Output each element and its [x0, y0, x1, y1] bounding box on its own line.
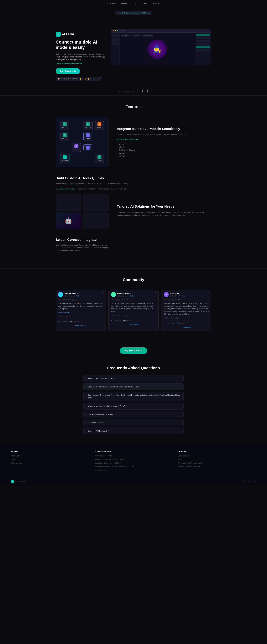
footer-bottom: ∿ ⊞ ai-flow.net 2024 Privacy 𝕏 ⊕	[11, 477, 256, 483]
tweet-1-close[interactable]: ✕	[102, 292, 104, 294]
footer-aiflow-link[interactable]: AI-Flow.com	[11, 455, 89, 457]
tweet-3-likes[interactable]: ❤ 1	[164, 322, 166, 324]
footer-more-articles[interactable]: More Articles →	[94, 469, 172, 472]
follow-x[interactable]: 𝕏	[136, 89, 139, 93]
faq-q-6-text: Is AI-Flow free to use?	[88, 421, 106, 424]
connector-2	[140, 35, 142, 36]
faq-q-7-text: Can I run AI-Flow locally?	[88, 430, 108, 432]
footer-social-x[interactable]: 𝕏	[248, 480, 251, 483]
ss-app-2	[83, 194, 108, 210]
tweet-3-follow[interactable]: Follow	[182, 295, 186, 297]
footer-social-github[interactable]: ⊕	[252, 480, 256, 483]
hero-cta-button[interactable]: Start Creating ▶	[56, 68, 80, 74]
badge-there-is-ai[interactable]: 🏆 THERE'S AN AI FOR THAT 🏆	[56, 77, 84, 81]
faq-q-2[interactable]: › What are the advantages of using the C…	[84, 384, 184, 390]
faq-q-3[interactable]: › Can I use my API keys from AI provider…	[84, 392, 184, 401]
app-sidebar	[111, 32, 120, 65]
feature-1-title: Integrate Multiple AI Models Seamlessly	[117, 126, 212, 131]
feature-3-title: Tailored AI Solutions for Your Needs	[117, 204, 212, 209]
feature-row-1: G GPT - 4 G DALL·E 3 M Mistral G GPT - 4	[56, 117, 212, 167]
footer-yt-link[interactable]: Summarize YouTube Video with AI	[178, 462, 256, 464]
try-now-button[interactable]: Try Now for Free	[120, 348, 147, 354]
model-musicgen: MusicGen	[117, 152, 212, 155]
model-list: Claude 3 Mistral Stable Video Diffusion …	[117, 142, 212, 158]
faq-q-4[interactable]: › Where is my data stored when using AI-…	[84, 403, 184, 410]
footer-privacy[interactable]: Privacy	[240, 480, 246, 482]
nav-application[interactable]: Application	[107, 2, 116, 5]
tweet-2-avatar: G	[111, 292, 116, 297]
follow-discord[interactable]: ⊙	[146, 89, 149, 93]
faq-item-7: › Can I run AI-Flow locally?	[84, 428, 184, 434]
nav-releases[interactable]: Releases	[153, 2, 160, 5]
footer-article-3[interactable]: How to Use Documents in AI-FLOW	[94, 462, 172, 464]
faq-chevron-4: ›	[86, 405, 87, 407]
footer-blog-link[interactable]: Blog	[178, 458, 256, 461]
tweet-3-name-text: Ryan Freer	[170, 292, 180, 295]
tab-experiment[interactable]: Experiment with AI Models	[56, 188, 75, 191]
tweet-2-reply[interactable]: ↩ Reply	[116, 320, 121, 322]
logo-text: AI-FLOW	[62, 32, 75, 36]
tweet-2-read-more[interactable]: Read 2 replies	[111, 323, 156, 326]
faq-q-7[interactable]: › Can I run AI-Flow locally?	[84, 428, 184, 434]
hero-design-link[interactable]: Design Professional Ai-Generate	[56, 62, 106, 65]
badge-ph-label: Product Hunt	[90, 78, 99, 80]
badge-ai-label: THERE'S AN AI FOR THAT 🏆	[60, 78, 82, 80]
tweet-2-follow[interactable]: Follow	[130, 295, 134, 297]
tweet-3-name-wrap: Ryan Freer @RyanFreer75 Follow	[170, 292, 209, 297]
tweet-card-3: R Ryan Freer @RyanFreer75 Follow ✕ Reply…	[161, 290, 212, 331]
node-aiflow: ∿ AI-FLOW	[60, 154, 70, 163]
tweet-1-read-more[interactable]: Read more on X	[58, 324, 103, 327]
gptv-icon: G	[98, 155, 102, 159]
faq-chevron-3: ›	[86, 395, 87, 398]
faq-q-6[interactable]: › Is AI-Flow free to use?	[84, 419, 184, 426]
tweet-1-avatar: A	[58, 292, 63, 297]
tweet-1-reply[interactable]: ↩ Reply	[62, 320, 68, 323]
cta-arrow-icon: ▶	[74, 70, 76, 72]
tweet-2-copy[interactable]: 🔗 Copy link	[123, 320, 132, 322]
feature-4-title: Select. Connect. Integrate.	[56, 237, 212, 242]
footer-grid: Product AI-Flow.com GitHub Release Notes…	[11, 450, 256, 473]
node-text: Text Node	[121, 34, 128, 37]
faq-q-5[interactable]: › Can AI-Flow generate images?	[84, 411, 184, 418]
tweet-3-copy[interactable]: 🔗 Copy link	[176, 322, 184, 324]
footer-releases-link[interactable]: Release Notes	[11, 462, 89, 464]
nav-features[interactable]: Features	[121, 2, 128, 5]
nav-faq[interactable]: FAQ	[134, 2, 138, 5]
tab-summarize[interactable]: Summarize & Analyze Web Content	[99, 188, 126, 191]
feature-tabs: Experiment with AI Models Create Illustr…	[56, 188, 212, 191]
tweet-2-likes[interactable]: ❤ 1	[111, 320, 114, 322]
nav-docs[interactable]: Docs	[143, 2, 147, 5]
feature-2-visual: 🤖	[56, 194, 108, 229]
node-stable: ≡≡ Stable	[84, 132, 92, 141]
faq-q-1[interactable]: › How do I get started with AI-Flow?	[84, 375, 184, 382]
tab-stories[interactable]: Create Illustrated Stories	[78, 188, 96, 191]
footer-docs-link[interactable]: Documentation	[178, 455, 256, 457]
app-url: Flow 9 ★	[120, 30, 125, 32]
tweet-3-reply[interactable]: ↩ Reply	[168, 322, 174, 324]
tweet-1-copy[interactable]: 🔗 Copy link	[70, 320, 79, 323]
feature-2-desc: Save time by using our drag-and-drop int…	[56, 182, 212, 185]
gpt4-icon: G	[63, 122, 67, 126]
footer-article-2[interactable]: Generate Consistent Characters Using Ai	[94, 458, 172, 461]
tweet-3-body: Very cool, I'm a fan and I bought the $1…	[164, 302, 209, 316]
tweet-3-read-more[interactable]: Read 1 reply	[164, 326, 209, 328]
faq-chevron-2: ›	[86, 386, 87, 388]
badge-product-hunt[interactable]: 🐱 Product Hunt	[85, 77, 101, 81]
follow-github[interactable]: ⊕	[141, 89, 144, 93]
dot-yellow	[114, 30, 116, 31]
stable-label: Stable	[86, 138, 90, 140]
footer-workflow-link[interactable]: GitHub AI-Powered Workflow	[178, 466, 256, 468]
footer-article-1[interactable]: Summarizing AI - Part 2	[94, 455, 172, 457]
footer-resources-title: Resources	[178, 450, 256, 453]
faq-q-2-text: What are the advantages of using the Clo…	[88, 386, 139, 388]
footer-github-link[interactable]: GitHub	[11, 458, 89, 461]
faq-item-1: › How do I get started with AI-Flow?	[84, 375, 184, 382]
tweet-2-close[interactable]: ✕	[155, 292, 157, 294]
follow-text: Follow the project on :	[118, 90, 134, 92]
tweet-1-link[interactable]: app.ai-flow.net	[58, 312, 103, 314]
tweet-3-close[interactable]: ✕	[208, 292, 210, 294]
logo-icon: ✦	[56, 32, 61, 36]
tweet-1-follow[interactable]: Follow	[76, 295, 81, 297]
tweet-1-likes[interactable]: ❤ 4	[58, 320, 61, 323]
footer-article-4[interactable]: How to Summarize a YouTube Video Using A…	[94, 466, 172, 468]
